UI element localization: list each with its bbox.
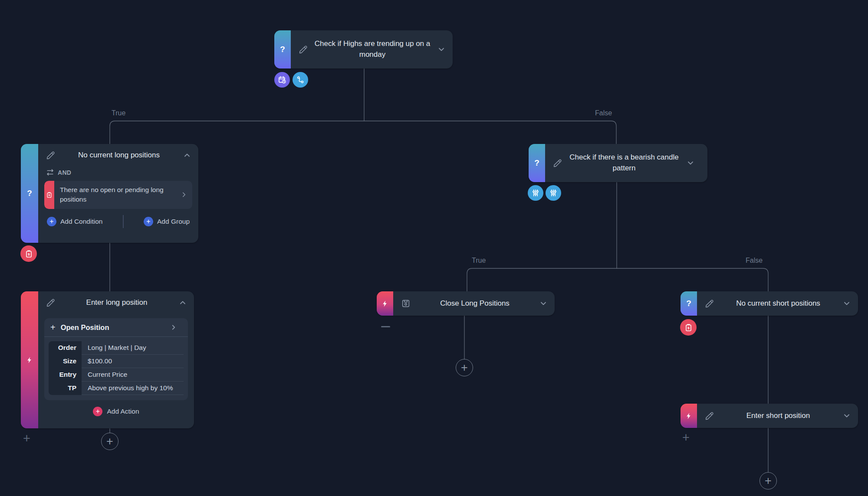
node-title: Check if Highs are trending up on a mond… <box>313 39 432 60</box>
chevron-up-icon[interactable] <box>178 298 187 307</box>
order-row-label: TP <box>49 382 82 395</box>
operator-row[interactable]: AND <box>46 168 192 176</box>
question-mark-icon: ? <box>280 45 285 54</box>
node-title: Enter long position <box>60 297 173 308</box>
add-action-label: Add Action <box>107 408 139 415</box>
order-row-label: Size <box>49 355 82 368</box>
footer-divider <box>123 215 124 228</box>
plus-icon: + <box>144 217 153 226</box>
node-root-condition[interactable]: ? Check if Highs are trending up on a mo… <box>274 30 453 69</box>
chevron-right-icon <box>180 191 192 199</box>
svg-text:$: $ <box>49 193 50 196</box>
calendar-clock-icon[interactable] <box>274 72 290 88</box>
add-condition-label: Add Condition <box>60 218 102 225</box>
order-row-value: Above previous high by 10% <box>82 382 184 395</box>
question-mark-icon: ? <box>534 158 539 168</box>
clipboard-dollar-icon: $ <box>44 181 54 209</box>
plus-icon: + <box>47 217 56 226</box>
add-node-button[interactable]: + <box>101 433 118 450</box>
chevron-right-icon <box>170 323 182 331</box>
floppy-save-icon <box>401 299 411 308</box>
add-node-button[interactable]: + <box>760 472 777 489</box>
minus-collapse-control[interactable] <box>381 326 390 327</box>
order-row-value: Current Price <box>82 368 184 382</box>
node-enter-short[interactable]: Enter short position <box>681 404 858 428</box>
clipboard-dollar-badge[interactable]: $ <box>680 319 697 336</box>
node-bearish-candle[interactable]: ? Check if there is a bearish candle pat… <box>529 144 707 182</box>
open-position-row[interactable]: + Open Position <box>44 318 188 336</box>
card-divider <box>44 336 188 337</box>
order-row-value: $100.00 <box>82 355 184 368</box>
condition-strip: ? <box>529 144 545 182</box>
lightning-icon <box>26 356 33 364</box>
svg-text:$: $ <box>687 326 690 330</box>
open-position-card: + Open Position Order Long | Market | Da… <box>44 318 188 400</box>
node-title: Check if there is a bearish candle patte… <box>567 152 681 173</box>
node-close-long[interactable]: Close Long Positions <box>377 291 555 316</box>
edit-pencil-icon[interactable] <box>46 298 55 307</box>
operator-label: AND <box>58 169 71 176</box>
candle-sliders-icon[interactable] <box>546 185 561 201</box>
order-row-label: Entry <box>49 368 82 382</box>
trend-route-icon[interactable] <box>293 72 308 88</box>
svg-text:$: $ <box>28 252 30 256</box>
plus-icon: + <box>50 323 56 332</box>
node-title: No current short positions <box>719 298 837 309</box>
node-title: Close Long Positions <box>416 298 534 309</box>
edit-pencil-icon[interactable] <box>299 45 308 54</box>
branch2-true-label: True <box>472 257 486 264</box>
branch1-false-label: False <box>595 109 612 117</box>
order-summary-table: Order Long | Market | Day Size $100.00 E… <box>49 341 184 395</box>
edit-pencil-icon[interactable] <box>705 299 714 308</box>
plus-icon: + <box>93 407 102 416</box>
candle-sliders-icon[interactable] <box>528 185 543 201</box>
question-mark-icon: ? <box>27 189 32 198</box>
action-strip <box>681 404 697 428</box>
open-position-label: Open Position <box>61 323 164 332</box>
edit-pencil-icon[interactable] <box>553 159 562 168</box>
add-action-button[interactable]: + Add Action <box>44 407 188 416</box>
add-sibling-plus[interactable]: + <box>23 432 30 445</box>
node-no-short-positions[interactable]: ? No current short positions <box>681 291 858 316</box>
condition-strip: ? <box>21 144 38 243</box>
question-mark-icon: ? <box>686 299 691 308</box>
strategy-flow-canvas: True False True False ? Check if Highs a… <box>0 0 868 496</box>
action-strip <box>21 291 38 428</box>
add-node-button[interactable]: + <box>456 359 473 376</box>
chevron-down-icon[interactable] <box>437 45 446 54</box>
add-sibling-plus[interactable]: + <box>682 431 690 444</box>
condition-row[interactable]: $ There are no open or pending long posi… <box>44 181 192 209</box>
node-title: Enter short position <box>719 411 837 421</box>
node-no-long-positions: ? No current long positions AND <box>21 144 198 243</box>
condition-strip: ? <box>274 30 291 69</box>
lightning-icon <box>685 412 693 420</box>
lightning-icon <box>381 300 389 307</box>
add-group-label: Add Group <box>157 218 190 225</box>
chevron-down-icon[interactable] <box>842 299 851 308</box>
branch2-false-label: False <box>746 257 763 264</box>
swap-arrows-icon <box>46 168 54 176</box>
action-strip <box>377 291 393 316</box>
chevron-down-icon[interactable] <box>842 411 851 420</box>
chevron-up-icon[interactable] <box>183 151 191 160</box>
order-row-value: Long | Market | Day <box>82 341 184 355</box>
edit-pencil-icon[interactable] <box>46 151 55 160</box>
chevron-down-icon[interactable] <box>539 299 548 308</box>
clipboard-dollar-badge[interactable]: $ <box>20 245 37 262</box>
condition-text: There are no open or pending long positi… <box>54 181 180 209</box>
add-group-button[interactable]: + Add Group <box>144 217 190 226</box>
order-row-label: Order <box>49 341 82 355</box>
node-title: No current long positions <box>60 150 178 161</box>
branch1-true-label: True <box>112 109 125 117</box>
add-condition-button[interactable]: + Add Condition <box>47 217 102 226</box>
condition-strip: ? <box>681 291 697 316</box>
edit-pencil-icon[interactable] <box>705 411 714 421</box>
chevron-down-icon[interactable] <box>686 159 695 167</box>
node-enter-long: Enter long position + Open Position <box>21 291 194 428</box>
